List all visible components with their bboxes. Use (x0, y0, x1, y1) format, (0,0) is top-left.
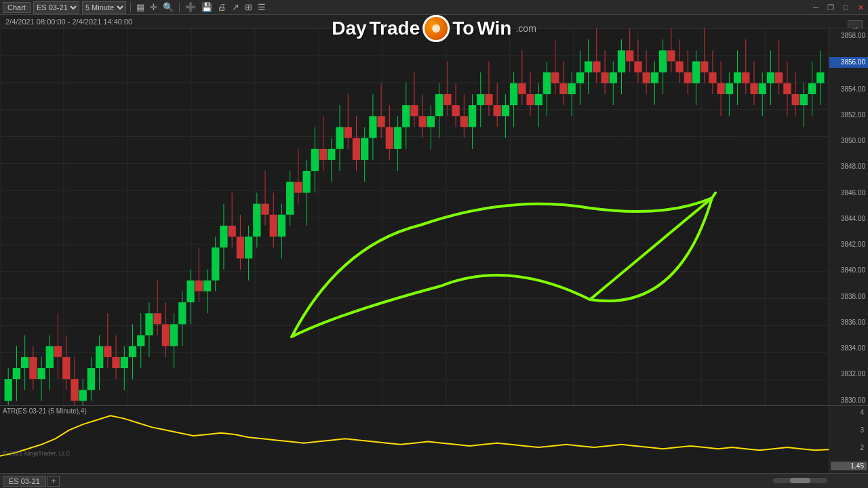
price-3844: 3844.00 (829, 214, 868, 224)
date-range-text: 2/4/2021 08:00:00 - 2/4/2021 14:40:00 (5, 18, 132, 26)
atr-chart (0, 406, 829, 473)
atr-scale-2: 2 (831, 444, 867, 451)
price-3854: 3854.00 (829, 85, 868, 94)
price-3852: 3852.00 (829, 110, 868, 120)
crosshair-icon[interactable]: ✛ (149, 2, 159, 12)
atr-label: ATR(ES 03-21 (5 Minute),4) (3, 407, 87, 415)
interval-select[interactable]: 5 Minute (82, 1, 126, 14)
atr-scale-4: 4 (831, 409, 867, 416)
divider1 (130, 3, 131, 12)
window-controls: ─ ❐ □ ✕ (808, 0, 868, 15)
copyright-text: © 2021 NinjaTrader, LLC (3, 450, 70, 457)
grid-icon[interactable]: ⊞ (243, 2, 254, 12)
chart-tab[interactable]: Chart (3, 2, 31, 13)
plus-icon[interactable]: ➕ (184, 2, 197, 12)
price-3830: 3830.00 (829, 396, 868, 405)
scroll-track (773, 478, 827, 483)
atr-panel: ATR(ES 03-21 (5 Minute),4) 4 3 2 1.45 © … (0, 405, 868, 473)
scrollbar[interactable] (773, 473, 827, 488)
price-3836: 3836.00 (829, 318, 868, 327)
es-tab[interactable]: ES 03-21 (3, 476, 46, 487)
scroll-thumb[interactable] (790, 478, 810, 483)
atr-current: 1.45 (831, 462, 867, 470)
restore-button[interactable]: ❐ (823, 0, 838, 15)
magnify-icon[interactable]: 🔍 (161, 2, 175, 12)
close-button[interactable]: ✕ (853, 0, 868, 15)
save-icon[interactable]: 💾 (200, 2, 214, 12)
bar-chart-icon[interactable]: ▦ (135, 2, 146, 12)
price-scale: 3858.00 3856.00 3854.00 3852.00 3850.00 … (829, 28, 868, 434)
price-3838: 3838.00 (829, 292, 868, 302)
price-3850: 3850.00 (829, 136, 868, 146)
divider2 (179, 3, 180, 12)
bottom-tab-bar: ES 03-21 + (0, 473, 868, 488)
price-3858: 3858.00 (829, 31, 868, 41)
price-3846: 3846.00 (829, 188, 868, 198)
price-3834: 3834.00 (829, 344, 868, 353)
date-range-bar: 2/4/2021 08:00:00 - 2/4/2021 14:40:00 (0, 15, 868, 28)
topbar: Chart ES 03-21 5 Minute ▦ ✛ 🔍 ➕ 💾 🖨 ↗ ⊞ … (0, 0, 868, 15)
export-icon[interactable]: ↗ (231, 2, 241, 12)
price-3848: 3848.00 (829, 162, 868, 171)
current-price: 3856.00 (829, 57, 868, 68)
print-icon[interactable]: 🖨 (216, 2, 228, 12)
menu-icon[interactable]: ☰ (256, 2, 267, 12)
maximize-button[interactable]: □ (838, 0, 853, 15)
atr-scale-3: 3 (831, 426, 867, 434)
symbol-select[interactable]: ES 03-21 (33, 1, 79, 14)
atr-scale: 4 3 2 1.45 (829, 406, 868, 473)
price-3842: 3842.00 (829, 240, 868, 249)
chart-area: 3858.00 3856.00 3854.00 3852.00 3850.00 … (0, 28, 868, 434)
candlestick-chart[interactable] (0, 28, 829, 434)
price-3840: 3840.00 (829, 266, 868, 275)
minimize-button[interactable]: ─ (808, 0, 823, 15)
price-3832: 3832.00 (829, 369, 868, 379)
add-tab-button[interactable]: + (47, 476, 60, 487)
